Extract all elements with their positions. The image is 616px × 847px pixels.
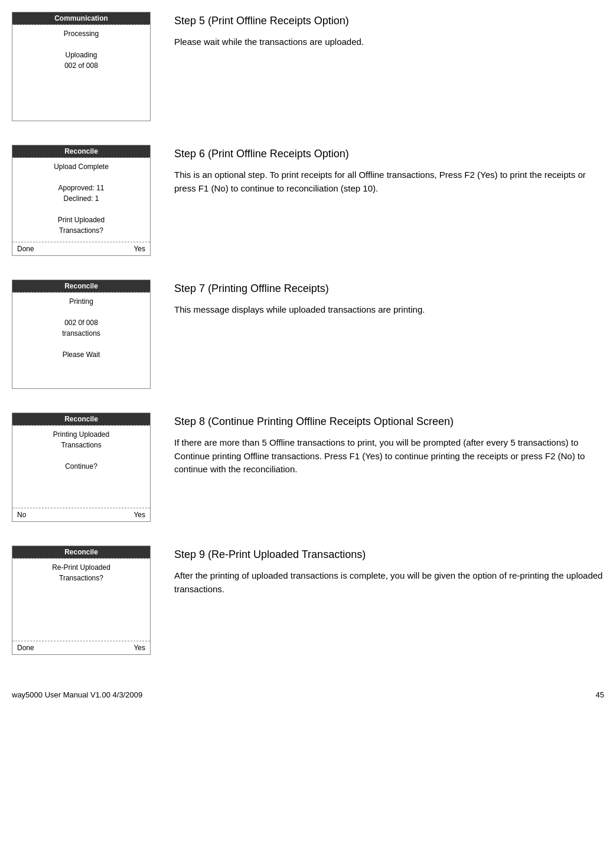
- device-footer-left[interactable]: Done: [17, 245, 34, 253]
- device-body-step9: Re-Print UploadedTransactions?: [12, 559, 150, 641]
- device-body-line: 002 0f 008: [18, 319, 144, 327]
- device-body-line: Printing: [18, 297, 144, 306]
- device-box-step6: ReconcileUpload Complete Apoproved: 11De…: [12, 145, 151, 256]
- step-description-8: Step 8 (Continue Printing Offline Receip…: [174, 413, 604, 476]
- step-title-8: Step 8 (Continue Printing Offline Receip…: [174, 416, 604, 428]
- device-footer-right[interactable]: Yes: [133, 245, 145, 253]
- step-description-9: Step 9 (Re-Print Uploaded Transactions)A…: [174, 546, 604, 596]
- device-body-step8: Printing UploadedTransactions Continue?: [12, 426, 150, 508]
- page-footer: way5000 User Manual V1.00 4/3/2009 45: [0, 684, 616, 699]
- step-row-6: ReconcileUpload Complete Apoproved: 11De…: [12, 145, 604, 256]
- device-footer-right[interactable]: Yes: [133, 511, 145, 519]
- device-box-step9: ReconcileRe-Print UploadedTransactions?D…: [12, 546, 151, 655]
- device-body-line: Continue?: [18, 462, 144, 470]
- step-body-5: Please wait while the transactions are u…: [174, 35, 604, 49]
- step-row-5: CommunicationProcessing Uploading002 of …: [12, 12, 604, 121]
- device-body-line: Uploading: [18, 51, 144, 59]
- device-box-step5: CommunicationProcessing Uploading002 of …: [12, 12, 151, 121]
- device-footer-right[interactable]: Yes: [133, 644, 145, 652]
- device-footer-left[interactable]: Done: [17, 644, 34, 652]
- step-title-6: Step 6 (Print Offline Receipts Option): [174, 148, 604, 160]
- device-box-step8: ReconcilePrinting UploadedTransactions C…: [12, 413, 151, 522]
- step-body-6: This is an optional step. To print recei…: [174, 168, 604, 195]
- device-header-step6: Reconcile: [12, 145, 150, 158]
- step-description-7: Step 7 (Printing Offline Receipts)This m…: [174, 280, 604, 317]
- device-body-line: Apoproved: 11: [18, 184, 144, 192]
- device-body-line: [18, 340, 144, 348]
- step-description-5: Step 5 (Print Offline Receipts Option)Pl…: [174, 12, 604, 49]
- device-body-line: Print Uploaded: [18, 216, 144, 224]
- footer-left: way5000 User Manual V1.00 4/3/2009: [12, 690, 142, 699]
- device-body-line: Declined: 1: [18, 194, 144, 203]
- device-body-line: Processing: [18, 30, 144, 38]
- device-footer-step8: NoYes: [12, 508, 150, 521]
- step-body-8: If there are more than 5 Offline transac…: [174, 436, 604, 476]
- device-body-step7: Printing 002 0f 008transactions Please W…: [12, 293, 150, 388]
- step-description-6: Step 6 (Print Offline Receipts Option)Th…: [174, 145, 604, 195]
- device-body-line: [18, 205, 144, 213]
- device-body-line: 002 of 008: [18, 61, 144, 70]
- device-body-line: transactions: [18, 329, 144, 337]
- device-body-step6: Upload Complete Apoproved: 11Declined: 1…: [12, 158, 150, 242]
- device-body-line: [18, 452, 144, 460]
- footer-right: 45: [596, 690, 604, 699]
- device-footer-step6: DoneYes: [12, 242, 150, 255]
- device-body-line: Transactions?: [18, 574, 144, 582]
- device-body-line: Re-Print Uploaded: [18, 563, 144, 572]
- step-row-9: ReconcileRe-Print UploadedTransactions?D…: [12, 546, 604, 655]
- device-header-step7: Reconcile: [12, 280, 150, 293]
- device-footer-left[interactable]: No: [17, 511, 26, 519]
- device-body-line: Upload Complete: [18, 163, 144, 171]
- step-body-7: This message displays while uploaded tra…: [174, 303, 604, 317]
- device-body-line: Printing Uploaded: [18, 430, 144, 439]
- step-row-8: ReconcilePrinting UploadedTransactions C…: [12, 413, 604, 522]
- step-row-7: ReconcilePrinting 002 0f 008transactions…: [12, 280, 604, 389]
- step-body-9: After the printing of uploaded transacti…: [174, 569, 604, 596]
- device-body-step5: Processing Uploading002 of 008: [12, 25, 150, 121]
- device-body-line: Please Wait: [18, 351, 144, 359]
- device-header-step8: Reconcile: [12, 413, 150, 426]
- step-title-5: Step 5 (Print Offline Receipts Option): [174, 15, 604, 27]
- page-content: CommunicationProcessing Uploading002 of …: [0, 6, 616, 673]
- device-box-step7: ReconcilePrinting 002 0f 008transactions…: [12, 280, 151, 389]
- step-title-9: Step 9 (Re-Print Uploaded Transactions): [174, 549, 604, 561]
- device-header-step5: Communication: [12, 12, 150, 25]
- device-body-line: Transactions: [18, 441, 144, 449]
- device-header-step9: Reconcile: [12, 546, 150, 559]
- device-body-line: [18, 40, 144, 48]
- step-title-7: Step 7 (Printing Offline Receipts): [174, 283, 604, 295]
- device-body-line: [18, 173, 144, 181]
- device-body-line: [18, 308, 144, 316]
- device-footer-step9: DoneYes: [12, 641, 150, 654]
- device-body-line: Transactions?: [18, 226, 144, 235]
